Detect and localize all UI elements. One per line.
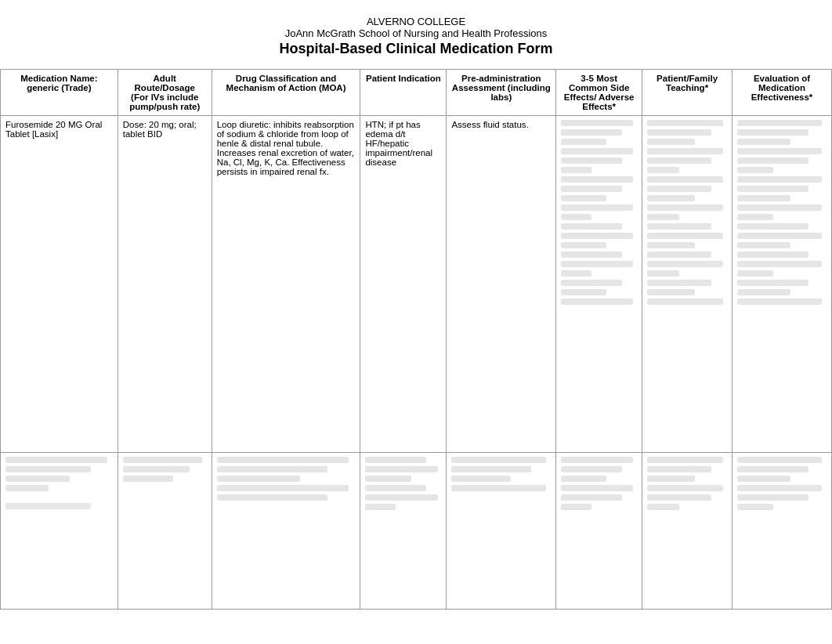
- table-row: Furosemide 20 MG Oral Tablet [Lasix] Dos…: [1, 116, 832, 453]
- col-header-evaluation: Evaluation of Medication Effectiveness*: [733, 70, 832, 116]
- cell-dosage-2: [118, 453, 212, 610]
- page-header: ALVERNO COLLEGE JoAnn McGrath School of …: [0, 0, 832, 65]
- blurred-content: [365, 457, 441, 510]
- cell-dosage: Dose: 20 mg; oral; tablet BID: [118, 116, 212, 453]
- blurred-content: [647, 457, 727, 510]
- blurred-content: [217, 457, 356, 501]
- cell-side-effects-2: [556, 453, 642, 610]
- blurred-content: [123, 457, 207, 482]
- blurred-content: [5, 457, 113, 491]
- cell-teaching-2: [642, 453, 733, 610]
- cell-classification-2: [212, 453, 360, 610]
- cell-evaluation: [733, 116, 832, 453]
- col-header-side-effects: 3-5 Most Common Side Effects/ Adverse Ef…: [556, 70, 642, 116]
- school-name: JoAnn McGrath School of Nursing and Heal…: [8, 27, 824, 39]
- cell-classification: Loop diuretic: inhibits reabsorption of …: [212, 116, 360, 453]
- blurred-content: [647, 120, 727, 305]
- col-header-indication: Patient Indication: [360, 70, 447, 116]
- blurred-content: [561, 457, 637, 510]
- cell-medication-name: Furosemide 20 MG Oral Tablet [Lasix]: [1, 116, 118, 453]
- cell-medication-name-2: [1, 453, 118, 610]
- blurred-content: [737, 120, 827, 305]
- form-title: Hospital-Based Clinical Medication Form: [8, 41, 824, 57]
- medication-table: Medication Name:generic (Trade) Adult Ro…: [0, 69, 832, 610]
- blurred-content: [561, 120, 637, 305]
- cell-assessment-2: [447, 453, 556, 610]
- table-header-row: Medication Name:generic (Trade) Adult Ro…: [1, 70, 832, 116]
- cell-teaching: [642, 116, 733, 453]
- blurred-content: [451, 457, 551, 491]
- cell-side-effects: [556, 116, 642, 453]
- col-header-classification: Drug Classification and Mechanism of Act…: [212, 70, 360, 116]
- table-row: [1, 453, 832, 610]
- cell-evaluation-2: [733, 453, 832, 610]
- college-name: ALVERNO COLLEGE: [8, 16, 824, 27]
- col-header-dosage: Adult Route/Dosage(For IVs include pump/…: [118, 70, 212, 116]
- cell-assessment: Assess fluid status.: [447, 116, 556, 453]
- col-header-teaching: Patient/Family Teaching*: [642, 70, 733, 116]
- col-header-assessment: Pre-administration Assessment (including…: [447, 70, 556, 116]
- blurred-content: [737, 457, 827, 510]
- cell-indication: HTN; if pt has edema d/t HF/hepatic impa…: [360, 116, 447, 453]
- cell-indication-2: [360, 453, 447, 610]
- col-header-medication: Medication Name:generic (Trade): [1, 70, 118, 116]
